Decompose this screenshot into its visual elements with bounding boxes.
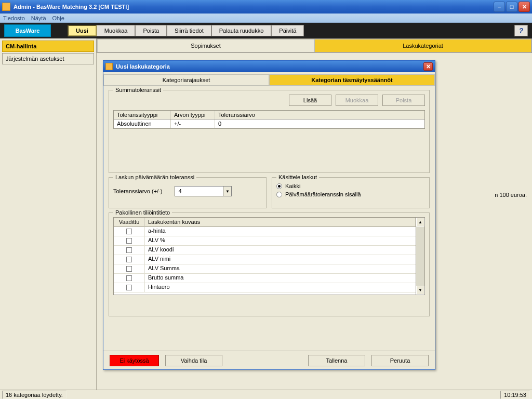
sum-delete-button[interactable]: Poista: [382, 95, 425, 106]
dialog-close-button[interactable]: ✕: [423, 62, 433, 71]
acct-checkbox[interactable]: [126, 229, 132, 234]
toolbar-refresh-button[interactable]: Päivitä: [271, 25, 304, 36]
acct-row[interactable]: ALV Summa: [114, 264, 416, 274]
sum-header-valuetype[interactable]: Arvon tyyppi: [171, 111, 215, 119]
acct-row[interactable]: ALV nimi: [114, 255, 416, 264]
scroll-down-icon[interactable]: ▼: [416, 286, 424, 295]
sidebar-item-cm-hallinta[interactable]: CM-hallinta: [2, 41, 94, 52]
dialog-new-invoice-category: Uusi laskukategoria ✕ Kategoriarajaukset…: [103, 60, 435, 370]
statusbar-clock: 10:19:53: [500, 391, 530, 399]
scroll-up-icon[interactable]: ▲: [416, 218, 424, 227]
dialog-tab-constraints[interactable]: Kategoriarajaukset: [103, 74, 269, 86]
dialog-icon: [105, 63, 113, 70]
sum-tolerance-table: Toleranssityyppi Arvon tyyppi Toleranssi…: [113, 110, 425, 129]
group-acct-legend: Pakollinen tiliöintitieto: [113, 209, 172, 216]
sum-table-row[interactable]: Absoluuttinen +/- 0: [114, 119, 424, 128]
background-row-text: n 100 euroa.: [495, 192, 527, 198]
acct-row[interactable]: a-hinta: [114, 227, 416, 236]
sidebar-item-settings[interactable]: Järjestelmän asetukset: [2, 53, 94, 64]
menu-view[interactable]: Näytä: [31, 15, 46, 21]
group-handle-invoices: Käsittele laskut Kaikki Päivämäärätolera…: [272, 177, 430, 208]
toolbar-new-button[interactable]: Uusi: [68, 25, 97, 36]
acct-row[interactable]: ALV %: [114, 236, 416, 246]
toolbar-restoregrid-button[interactable]: Palauta ruudukko: [211, 25, 272, 36]
sum-row-value: 0: [215, 119, 424, 128]
acct-header-desc[interactable]: Laskukentän kuvaus: [145, 218, 416, 227]
radio-inside-tolerance[interactable]: [276, 192, 282, 197]
acct-row-label: ALV koodi: [145, 246, 416, 255]
dialog-tabs: Kategoriarajaukset Kategorian täsmäytyss…: [103, 72, 435, 86]
tab-laskukategoriat[interactable]: Laskukategoriat: [314, 39, 531, 52]
toolbar-transfer-button[interactable]: Siirrä tiedot: [167, 25, 211, 36]
minimize-button[interactable]: –: [494, 2, 505, 12]
group-required-accounting: Pakollinen tiliöintitieto Vaadittu Lasku…: [109, 212, 430, 316]
change-state-button[interactable]: Vaihda tila: [165, 355, 222, 366]
group-sum-tolerances: Summatoleranssit Lisää Muokkaa Poista To…: [109, 90, 430, 173]
status-chip: Ei käytössä: [110, 355, 159, 366]
window-titlebar: Admin - BasWare Matching 3.2 [CM TESTI] …: [0, 0, 532, 14]
radio-all-label: Kaikki: [285, 183, 300, 189]
acct-row-label: Brutto summa: [145, 274, 416, 283]
close-button[interactable]: ✕: [518, 2, 530, 12]
acct-row-label: ALV Summa: [145, 264, 416, 273]
group-date-legend: Laskun päivämäärän toleranssi: [113, 174, 196, 180]
brand-logo: BasWare: [4, 24, 51, 37]
sum-header-value[interactable]: Toleranssiarvo: [215, 111, 424, 119]
acct-checkbox[interactable]: [126, 238, 132, 244]
app-icon: [2, 3, 10, 11]
acct-checkbox[interactable]: [126, 285, 132, 290]
acct-row[interactable]: ALV koodi: [114, 246, 416, 255]
toolbar-delete-button[interactable]: Poista: [135, 25, 167, 36]
sum-add-button[interactable]: Lisää: [289, 95, 331, 106]
sum-row-valuetype: +/-: [171, 119, 215, 128]
dialog-footer: Ei käytössä Vaihda tila Tallenna Peruuta: [103, 351, 435, 369]
toolbar: BasWare Uusi Muokkaa Poista Siirrä tiedo…: [0, 23, 532, 38]
dialog-tab-rules[interactable]: Kategorian täsmäytyssäännöt: [269, 74, 435, 86]
main-tabs: Sopimukset Laskukategoriat: [97, 38, 532, 53]
sum-header-type[interactable]: Toleranssityyppi: [114, 111, 171, 119]
group-sum-legend: Summatoleranssit: [113, 87, 163, 93]
sum-edit-button[interactable]: Muokkaa: [336, 95, 378, 106]
acct-checkbox[interactable]: [126, 247, 132, 253]
cancel-button[interactable]: Peruuta: [371, 355, 429, 366]
sidebar: CM-hallinta Järjestelmän asetukset: [0, 38, 97, 390]
radio-inside-label: Päivämäärätoleranssin sisällä: [285, 191, 361, 197]
toolbar-edit-button[interactable]: Muokkaa: [97, 25, 136, 36]
date-tolerance-value: 4: [175, 188, 223, 194]
sum-row-type: Absoluuttinen: [114, 119, 171, 128]
tab-sopimukset[interactable]: Sopimukset: [97, 39, 314, 52]
group-date-tolerance: Laskun päivämäärän toleranssi Toleranssi…: [109, 177, 267, 208]
statusbar-left: 16 kategoriaa löydetty.: [2, 391, 66, 399]
radio-all[interactable]: [276, 183, 282, 189]
menubar: Tiedosto Näytä Ohje: [0, 14, 532, 23]
acct-checkbox[interactable]: [126, 266, 132, 272]
acct-row-label: ALV %: [145, 236, 416, 245]
acct-row-label: ALV nimi: [145, 255, 416, 264]
maximize-button[interactable]: □: [506, 2, 517, 12]
save-button[interactable]: Tallenna: [308, 355, 365, 366]
scroll-track[interactable]: [416, 227, 424, 286]
group-handle-legend: Käsittele laskut: [276, 174, 319, 180]
acct-header-required[interactable]: Vaadittu: [114, 218, 145, 227]
menu-help[interactable]: Ohje: [52, 15, 64, 21]
chevron-down-icon: ▼: [223, 187, 231, 196]
acct-scrollbar[interactable]: ▲ ▼: [416, 218, 424, 295]
date-tolerance-label: Toleranssiarvo (+/-): [113, 188, 162, 194]
acct-checkbox[interactable]: [126, 257, 132, 262]
acct-table: Vaadittu Laskukentän kuvaus a-hinta ALV …: [113, 217, 425, 295]
dialog-title: Uusi laskukategoria: [116, 63, 423, 70]
acct-row[interactable]: Hintaero: [114, 283, 416, 292]
acct-row[interactable]: Brutto summa: [114, 274, 416, 283]
window-title: Admin - BasWare Matching 3.2 [CM TESTI]: [14, 4, 494, 10]
acct-row-label: Hintaero: [145, 283, 416, 292]
statusbar: 16 kategoriaa löydetty. 10:19:53: [0, 390, 532, 399]
date-tolerance-combo[interactable]: 4 ▼: [175, 186, 232, 196]
acct-checkbox[interactable]: [126, 275, 132, 281]
dialog-titlebar: Uusi laskukategoria ✕: [103, 61, 435, 72]
toolbar-help-button[interactable]: ?: [514, 25, 528, 36]
menu-file[interactable]: Tiedosto: [3, 15, 25, 21]
acct-row-label: a-hinta: [145, 227, 416, 236]
